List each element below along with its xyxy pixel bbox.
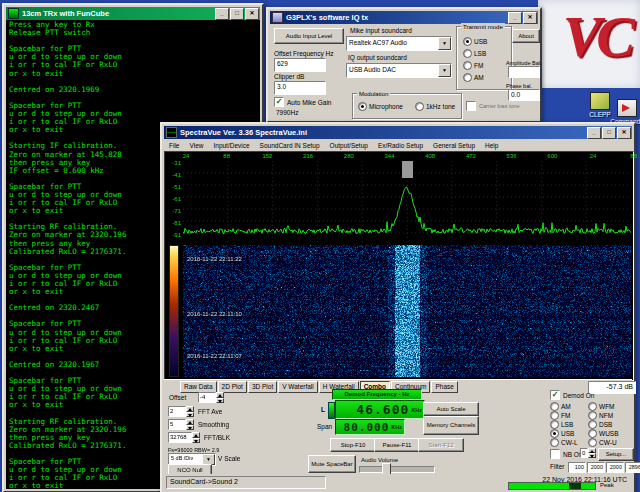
- pause-button[interactable]: Pause-F11: [374, 438, 420, 452]
- radio-usb[interactable]: USB: [463, 35, 487, 47]
- spin-down-icon[interactable]: [186, 412, 194, 418]
- audio-input-level-button[interactable]: Audio Input Level: [274, 28, 344, 44]
- terminal-titlebar[interactable]: 13cm TRx with FunCube _ □ ✕: [6, 7, 260, 20]
- terminal-line: or x to exit: [9, 70, 257, 78]
- span-display[interactable]: 80.000 KHz: [335, 419, 405, 435]
- nb-threshold-value: 0: [580, 448, 588, 458]
- fft-blk-spinner[interactable]: 32768: [168, 432, 200, 443]
- db-tick-label: -71: [172, 208, 181, 214]
- auto-mike-gain-checkbox[interactable]: Auto Mike Gain: [274, 97, 331, 107]
- menu-item-view[interactable]: View: [184, 140, 208, 151]
- radio-am[interactable]: AM: [463, 71, 487, 83]
- menu-item-soundcard-in-setup[interactable]: SoundCard IN Setup: [255, 140, 325, 151]
- freq-tick-label: 88: [630, 153, 637, 159]
- clipper-input[interactable]: 3.0: [274, 81, 326, 95]
- radio-dot-icon: [463, 37, 472, 46]
- radio-cw-u[interactable]: CW-U: [588, 438, 619, 447]
- radio-label: USB: [474, 38, 487, 45]
- maximize-button[interactable]: □: [602, 127, 616, 139]
- memory-channels-button[interactable]: Memory Channels: [423, 416, 479, 435]
- maximize-button[interactable]: □: [230, 8, 244, 20]
- minimize-button[interactable]: _: [215, 8, 229, 20]
- radio-label: CW-L: [561, 439, 578, 446]
- offset-frequency-label: Offset Frequency Hz: [274, 50, 334, 58]
- radio-lsb[interactable]: LSB: [463, 47, 487, 59]
- close-button[interactable]: ✕: [245, 8, 259, 20]
- offset-frequency-input[interactable]: 629: [274, 58, 326, 72]
- menu-item-help[interactable]: Help: [480, 140, 503, 151]
- radio-dot-icon: [550, 438, 559, 447]
- radio-wusb[interactable]: WUSB: [588, 429, 619, 438]
- demod-on-label: Demod On: [563, 392, 594, 399]
- demod-frequency-display[interactable]: 46.600 KHz: [335, 400, 425, 419]
- stop-button[interactable]: Stop-F10: [330, 438, 376, 452]
- dropdown-arrow-icon[interactable]: ▼: [438, 64, 451, 77]
- terminal-title: 13cm TRx with FunCube: [22, 9, 212, 18]
- filter-value[interactable]: 2896: [625, 462, 640, 473]
- carrier-bias-checkbox[interactable]: Carrier bias tone: [466, 101, 520, 111]
- close-button[interactable]: ✕: [617, 127, 631, 139]
- tab-v-waterfall[interactable]: V Waterfall: [278, 381, 318, 393]
- demod-on-checkbox[interactable]: Demod On: [550, 390, 594, 400]
- mike-input-select[interactable]: Realtek AC97 Audio ▼: [346, 36, 452, 51]
- radio-microphone[interactable]: Microphone: [358, 102, 403, 111]
- start-button[interactable]: Start-F12: [418, 438, 464, 452]
- spectravue-titlebar[interactable]: SpectraVue Ver. 3.36 SpectraVue.ini _ □ …: [164, 126, 632, 139]
- menu-item-output-setup[interactable]: Output/Setup: [325, 140, 373, 151]
- freq-tick-label: 600: [547, 153, 557, 159]
- filter-value[interactable]: 2000: [587, 462, 605, 473]
- radio-lsb[interactable]: LSB: [550, 420, 578, 429]
- spin-down-icon[interactable]: [192, 438, 200, 444]
- radio-wfm[interactable]: WFM: [588, 402, 619, 411]
- tab-phase[interactable]: Phase: [431, 381, 457, 393]
- radio-fm[interactable]: FM: [463, 59, 487, 71]
- phase-bal-input[interactable]: 0.0: [508, 89, 540, 101]
- radio-1khz-tone[interactable]: 1kHz tone: [415, 102, 455, 111]
- nb-checkbox[interactable]: NB Off: [550, 449, 582, 459]
- radio-dot-icon: [463, 73, 472, 82]
- menu-item-ex-radio-setup[interactable]: Ex/Radio Setup: [373, 140, 428, 151]
- iq-dialog-window-buttons: _ ✕: [508, 12, 537, 24]
- minimize-button[interactable]: _: [587, 127, 601, 139]
- offset-spinner[interactable]: -4: [198, 392, 224, 403]
- demod-setup-button[interactable]: Setup...: [598, 448, 634, 461]
- radio-am[interactable]: AM: [550, 402, 578, 411]
- close-button[interactable]: ✕: [523, 12, 537, 24]
- demod-modes-left: AMFMLSBUSBCW-L: [550, 402, 578, 447]
- spin-down-icon[interactable]: [216, 398, 224, 404]
- radio-fm[interactable]: FM: [550, 411, 578, 420]
- checkbox-checked-icon: [550, 390, 560, 400]
- mute-button[interactable]: Mute SpaceBar: [308, 455, 356, 473]
- tab-3d-plot[interactable]: 3D Plot: [248, 381, 277, 393]
- iq-output-select[interactable]: USB Audio DAC ▼: [346, 63, 452, 78]
- filter-value[interactable]: 2000: [606, 462, 624, 473]
- audio-level-indicator: [328, 402, 335, 419]
- radio-dsb[interactable]: DSB: [588, 420, 619, 429]
- audio-volume-slider[interactable]: [359, 466, 435, 473]
- checkbox-icon: [550, 449, 560, 459]
- amplitude-bal-input[interactable]: [508, 66, 540, 78]
- menu-item-file[interactable]: File: [164, 140, 184, 151]
- minimize-button[interactable]: _: [508, 12, 522, 24]
- db-tick-label: -91: [172, 232, 181, 238]
- radio-nfm[interactable]: NFM: [588, 411, 619, 420]
- smoothing-spinner[interactable]: 5: [168, 419, 194, 430]
- db-tick-label: -51: [172, 184, 181, 190]
- transmit-mode-group: Transmit mode USBLSBFMAM: [456, 26, 512, 90]
- spin-down-icon[interactable]: [588, 453, 596, 458]
- radio-usb[interactable]: USB: [550, 429, 578, 438]
- nb-threshold-spinner[interactable]: 0: [580, 448, 596, 458]
- auto-scale-button[interactable]: Auto Scale: [423, 402, 479, 416]
- filter-value[interactable]: 100: [568, 462, 586, 473]
- radio-label: AM: [561, 403, 571, 410]
- fft-ave-spinner[interactable]: 2: [168, 406, 194, 417]
- radio-dot-icon: [358, 102, 367, 111]
- mike-input-label: Mike input soundcard: [350, 27, 412, 35]
- dropdown-arrow-icon[interactable]: ▼: [438, 37, 451, 50]
- transmit-mode-group-label: Transmit mode: [461, 23, 505, 31]
- radio-cw-l[interactable]: CW-L: [550, 438, 578, 447]
- menu-item-general-setup[interactable]: General Setup: [428, 140, 480, 151]
- about-button[interactable]: About: [512, 29, 540, 43]
- menu-item-input-device[interactable]: Input/Device: [208, 140, 254, 151]
- spin-down-icon[interactable]: [186, 425, 194, 431]
